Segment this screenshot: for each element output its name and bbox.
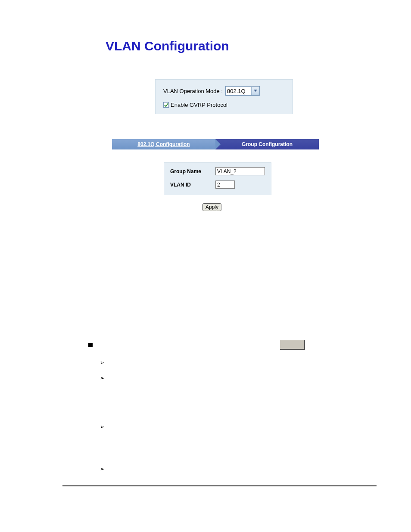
chevron-down-icon bbox=[254, 90, 257, 92]
check-icon bbox=[164, 103, 168, 107]
bullet-row bbox=[88, 340, 411, 350]
arrow-icon: ➢ bbox=[100, 359, 105, 366]
tab-label: Group Configuration bbox=[242, 141, 293, 147]
group-name-row: Group Name bbox=[170, 167, 265, 175]
gvrp-label: Enable GVRP Protocol bbox=[171, 102, 227, 108]
arrow-icon: ➢ bbox=[100, 423, 105, 430]
tab-bar: 802.1Q Configuration Group Configuration bbox=[112, 139, 411, 149]
group-config-form: Group Name VLAN ID bbox=[164, 162, 271, 195]
group-name-label: Group Name bbox=[170, 168, 215, 174]
square-bullet-icon bbox=[88, 343, 93, 347]
divider bbox=[62, 485, 377, 486]
gvrp-row: Enable GVRP Protocol bbox=[163, 102, 285, 108]
tab-group-config[interactable]: Group Configuration bbox=[215, 139, 319, 149]
tab-label: 802.1Q Configuration bbox=[137, 141, 190, 147]
vlan-id-input[interactable] bbox=[215, 180, 235, 189]
group-name-input[interactable] bbox=[215, 167, 265, 175]
tab-separator-icon bbox=[215, 139, 221, 149]
vlan-mode-value: 802.1Q bbox=[227, 88, 246, 94]
vlan-mode-select[interactable]: 802.1Q bbox=[225, 86, 260, 96]
tab-8021q-config[interactable]: 802.1Q Configuration bbox=[112, 139, 215, 149]
arrow-icon: ➢ bbox=[100, 375, 105, 381]
vlan-id-label: VLAN ID bbox=[170, 182, 215, 188]
apply-button[interactable]: Apply bbox=[202, 203, 221, 211]
vlan-mode-panel: VLAN Operation Mode : 802.1Q Enable GVRP… bbox=[155, 79, 293, 114]
vlan-mode-label: VLAN Operation Mode : bbox=[163, 88, 223, 94]
list-item: ➢ bbox=[100, 358, 411, 366]
list-item: ➢ bbox=[100, 374, 411, 382]
list-item: ➢ bbox=[100, 465, 411, 473]
lower-region: ➢ ➢ ➢ ➢ bbox=[88, 340, 411, 486]
arrow-icon: ➢ bbox=[100, 466, 105, 472]
arrow-list: ➢ ➢ ➢ ➢ bbox=[100, 358, 411, 473]
page-title: VLAN Configuration bbox=[106, 39, 411, 53]
gvrp-checkbox[interactable] bbox=[163, 102, 169, 108]
vlan-id-row: VLAN ID bbox=[170, 180, 265, 189]
gray-button-placeholder bbox=[280, 340, 305, 350]
list-item: ➢ bbox=[100, 423, 411, 430]
vlan-mode-row: VLAN Operation Mode : 802.1Q bbox=[163, 86, 285, 96]
